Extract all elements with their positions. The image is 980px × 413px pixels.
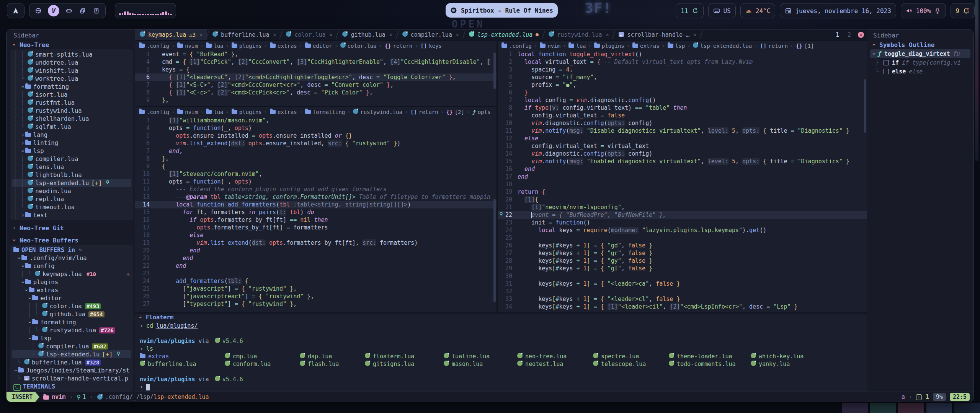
- file-path[interactable]: .config/_/lsp/lsp-extended.lua: [97, 393, 209, 400]
- breadcrumb-segment[interactable]: nvim: [177, 109, 198, 115]
- breadcrumb-segment[interactable]: []return: [760, 43, 787, 49]
- code-area[interactable]: 1local function toggle_diag_virtext()2 l…: [498, 50, 867, 311]
- tab-close-icon[interactable]: ✕: [389, 32, 392, 37]
- workspace-browser-icon[interactable]: [34, 7, 42, 15]
- now-playing-widget[interactable]: Spiritbox - Rule Of Nines: [446, 3, 558, 18]
- updates-widget[interactable]: 11: [676, 3, 703, 18]
- neotree-buffer-item[interactable]: │ compiler.lua#682: [12, 342, 131, 350]
- breadcrumb-segment[interactable]: extras: [632, 43, 660, 49]
- neotree-section-header[interactable]: › Neo-Tree: [10, 40, 133, 49]
- tabpage-2[interactable]: 2: [844, 31, 855, 38]
- scrollbar-handle[interactable]: [493, 52, 496, 89]
- neotree-file-item[interactable]: │ └ sqlfmt.lua: [12, 123, 131, 131]
- neotree-file-item[interactable]: │ └ worktree.lua: [12, 75, 131, 83]
- tab-compilerlua[interactable]: compiler.lua✕: [398, 29, 464, 40]
- floaterm-pane[interactable]: › Floaterm ›cdlua/plugins/nvim/lua/plugi…: [135, 314, 867, 392]
- breadcrumb-segment[interactable]: extras: [270, 109, 297, 115]
- tab-colorlua[interactable]: color.lua✕: [281, 29, 337, 40]
- tab-close-icon[interactable]: ✕: [456, 32, 459, 37]
- neotree-file-item[interactable]: │ │ undotree.lua: [12, 59, 131, 67]
- neotree-file-item[interactable]: │ │ neodim.lua: [12, 187, 131, 195]
- breadcrumb-segment[interactable]: []return: [410, 109, 438, 115]
- code-area[interactable]: 3 event = { "BufRead" },4 cmd = { [1]"Cc…: [135, 50, 497, 104]
- neotree-buffer-item[interactable]: ›formatting: [12, 318, 131, 326]
- tab-close-icon[interactable]: ✕: [330, 32, 333, 37]
- breadcrumb-segment[interactable]: .config: [139, 43, 169, 49]
- neotree-file-item[interactable]: │ └ timeout.lua: [12, 203, 131, 211]
- neotree-file-item[interactable]: │ │ isort.lua: [12, 91, 131, 99]
- neotree-buffer-item[interactable]: │ └ github.lua#654: [12, 310, 131, 318]
- breadcrumb-segment[interactable]: plugins: [232, 109, 262, 115]
- outline-item[interactable]: ›ƒtoggle_diag_virtextfu: [870, 49, 970, 58]
- code-area[interactable]: 3 [1]"williamboman/mason.nvim",4 opts = …: [135, 117, 497, 308]
- weather-widget[interactable]: 24°C: [740, 3, 776, 18]
- breadcrumb-segment[interactable]: .config: [139, 109, 169, 115]
- tab-scrollbar-handle-[interactable]: scrollbar-handle-…✕: [614, 29, 701, 40]
- neotree-buffer-item[interactable]: └ bufferline.lua#328: [12, 358, 131, 366]
- tab-close-icon[interactable]: ✕: [273, 32, 276, 37]
- neotree-file-item[interactable]: │ │ lightbulb.lua: [12, 171, 131, 179]
- neotree-file-item[interactable]: │ ›lang: [12, 131, 131, 139]
- breadcrumb-segment[interactable]: {}return: [385, 43, 412, 49]
- tab-githublua[interactable]: github.lua✕: [338, 29, 397, 40]
- outline-item[interactable]: └ elseelse: [870, 67, 970, 76]
- breadcrumb-segment[interactable]: lsp-extended.lua: [693, 42, 752, 49]
- audio-widget[interactable]: 100%: [901, 3, 946, 18]
- neotree-git-section-header[interactable]: › Neo-Tree Git: [10, 223, 133, 233]
- neotree-file-item[interactable]: │ │ compiler.lua: [12, 155, 131, 163]
- breadcrumb-segment[interactable]: plugins: [232, 43, 262, 49]
- neotree-buffer-item[interactable]: ›.config/nvim/lua: [12, 254, 131, 262]
- project-indicator[interactable]: nvim: [43, 393, 65, 400]
- neotree-buffer-item[interactable]: └ lsp-extended.lu[+]: [12, 350, 131, 358]
- neotree-buffer-item[interactable]: ›editor: [12, 294, 131, 302]
- neotree-buffer-item[interactable]: ›config: [12, 262, 131, 270]
- workspace-files-icon[interactable]: [78, 7, 87, 15]
- breadcrumb-segment[interactable]: .config: [501, 43, 532, 49]
- chevron-right-icon[interactable]: ›: [21, 132, 25, 138]
- breadcrumb-segment[interactable]: lua: [206, 109, 223, 115]
- chevron-right-icon[interactable]: ›: [21, 212, 25, 219]
- breadcrumb-segment[interactable]: lua: [206, 43, 223, 49]
- neotree-file-item[interactable]: │ │ lsp-extended.lu[+]: [12, 179, 131, 187]
- neotree-file-item[interactable]: │ │ smart-splits.lua: [12, 50, 131, 59]
- neotree-file-item[interactable]: │ ›linting: [12, 139, 131, 147]
- neotree-file-item[interactable]: │ │ shellharden.lua: [12, 115, 131, 123]
- close-all-button[interactable]: ✕: [858, 32, 864, 38]
- breadcrumb-segment[interactable]: lua: [568, 43, 586, 49]
- tab-lsp-extendedlua[interactable]: lsp-extended.lua: [464, 29, 544, 40]
- tab-close-icon[interactable]: ✕: [199, 32, 203, 37]
- workspace-gamepad-icon[interactable]: [65, 7, 73, 15]
- editor-pane-color[interactable]: .config›nvim›lua›plugins›extras›editor›c…: [135, 41, 497, 106]
- workspace-vim-icon[interactable]: V: [48, 5, 59, 16]
- editor-pane-rustywind[interactable]: .config›nvim›lua›plugins›extras›formatti…: [135, 107, 497, 312]
- chevron-right-icon[interactable]: ›: [21, 140, 25, 146]
- neotree-buffer-item[interactable]: ›_TERMINALS: [12, 382, 131, 390]
- neotree-file-item[interactable]: │ ›test: [12, 211, 131, 219]
- launcher-button[interactable]: [7, 3, 24, 18]
- tab-close-icon[interactable]: ✕: [606, 32, 609, 37]
- breadcrumb-segment[interactable]: editor: [305, 43, 332, 49]
- breadcrumb-segment[interactable]: plugins: [594, 43, 624, 49]
- tab-bufferlinelua[interactable]: bufferline.lua✕: [208, 29, 281, 40]
- neotree-buffer-item[interactable]: ›Juegos/Indies/SteamLibrary/st: [12, 366, 131, 374]
- breadcrumb-segment[interactable]: {}[1]: [796, 43, 814, 49]
- neotree-buffer-item[interactable]: ›extras: [12, 286, 131, 294]
- tab-rustywindlua[interactable]: rustywind.lua✕: [544, 29, 613, 40]
- breadcrumb-segment[interactable]: ƒopts: [472, 109, 490, 115]
- tab-keymapslua[interactable]: keymaps.lua⚠3✕: [135, 29, 207, 40]
- symbols-outline-header[interactable]: › Symbols Outline: [870, 40, 970, 49]
- workspace-notes-icon[interactable]: [92, 7, 101, 15]
- neotree-file-item[interactable]: │ │ winshift.lua: [12, 67, 131, 75]
- scrollbar-handle[interactable]: [493, 199, 496, 302]
- neotree-buffer-item[interactable]: ›plugins: [12, 278, 131, 286]
- neotree-buffer-item[interactable]: │ │ color.lua#493: [12, 302, 131, 310]
- neotree-file-item[interactable]: │ │ rustfmt.lua: [12, 99, 131, 107]
- tab-close-icon[interactable]: ✕: [693, 32, 696, 37]
- breadcrumb-segment[interactable]: formatting: [305, 109, 345, 115]
- neotree-buffer-item[interactable]: │ └ keymaps.lua#10⚠: [12, 270, 131, 278]
- neotree-buffers-section-header[interactable]: › Neo-Tree Buffers: [10, 236, 133, 245]
- breadcrumb-segment[interactable]: rustywind.lua: [353, 109, 402, 115]
- outline-item[interactable]: ├ ifif type(config.vi: [870, 58, 970, 67]
- neotree-file-item[interactable]: │ │ rustywind.lua: [12, 107, 131, 115]
- breadcrumb-segment[interactable]: color.lua: [340, 42, 377, 49]
